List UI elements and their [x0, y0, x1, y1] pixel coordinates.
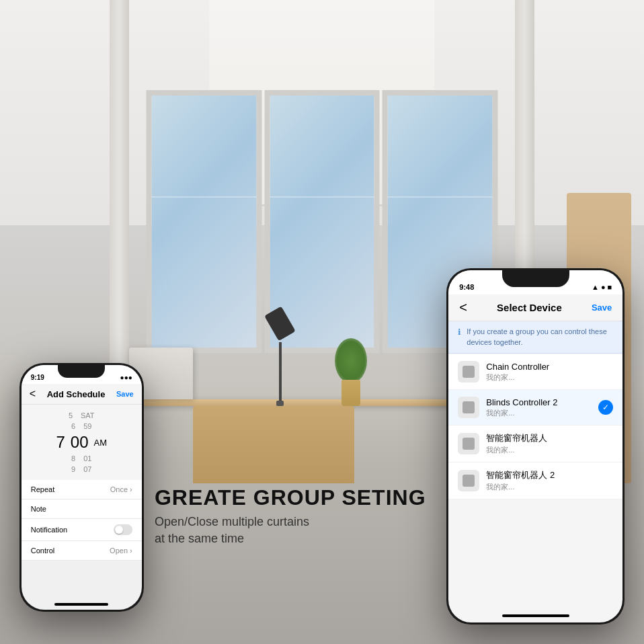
device-icon-3: [458, 433, 479, 454]
phone-left-save-button[interactable]: Save: [116, 390, 134, 398]
device-icon-shape-2: [462, 401, 475, 413]
device-icon-shape-3: [462, 438, 475, 450]
phone-right-home-indicator: [502, 614, 569, 617]
phone-right-time: 9:48: [459, 283, 474, 291]
lamp-base: [276, 401, 284, 406]
device-icon-2: [458, 397, 479, 418]
lamp-pole: [279, 342, 282, 400]
time-row-4: 801: [22, 453, 142, 464]
device-row-4[interactable]: 智能窗帘机器人 2 我的家...: [448, 462, 622, 499]
phone-right-header: < Select Device Save: [448, 294, 622, 321]
device-row-3[interactable]: 智能窗帘机器人 我的家...: [448, 426, 622, 462]
device-row-1[interactable]: Chain Controller 我的家...: [448, 354, 622, 390]
plant-leaves: [335, 338, 367, 383]
notification-toggle-switch[interactable]: [114, 524, 132, 535]
control-row[interactable]: Control Open ›: [22, 541, 142, 561]
notification-toggle[interactable]: [114, 524, 132, 535]
device-name-4: 智能窗帘机器人 2: [486, 469, 613, 481]
repeat-value: Once ›: [110, 485, 132, 493]
desk-lamp: [270, 309, 290, 406]
phone-left: 9:19 ●●● < Add Schedule Save 5SAT 659 70…: [19, 363, 144, 612]
device-row-2[interactable]: Blinds Controller 2 我的家... ✓: [448, 390, 622, 426]
control-value: Open ›: [110, 547, 132, 555]
phone-right-header-title: Select Device: [497, 302, 562, 313]
desk-plant: [335, 341, 367, 406]
device-info-2: Blinds Controller 2 我的家...: [486, 397, 592, 418]
info-banner-text: If you create a group you can control th…: [467, 327, 613, 348]
repeat-row[interactable]: Repeat Once ›: [22, 480, 142, 499]
plant-pot: [341, 380, 361, 405]
device-location-1: 我的家...: [486, 372, 613, 383]
phone-left-header-title: Add Schedule: [47, 389, 106, 399]
phone-left-screen: 9:19 ●●● < Add Schedule Save 5SAT 659 70…: [22, 365, 142, 610]
device-icon-shape-1: [462, 366, 475, 378]
info-banner: ℹ If you create a group you can control …: [448, 321, 622, 354]
device-name-2: Blinds Controller 2: [486, 397, 592, 407]
control-label: Control: [31, 547, 54, 555]
device-list: Chain Controller 我的家... Blinds Controlle…: [448, 354, 622, 499]
device-name-3: 智能窗帘机器人: [486, 432, 613, 444]
device-location-4: 我的家...: [486, 482, 613, 492]
phone-left-time-picker[interactable]: 5SAT 659 700AM 801 907: [22, 405, 142, 480]
device-icon-shape-4: [462, 475, 475, 487]
device-info-1: Chain Controller 我的家...: [486, 362, 613, 383]
phone-right-signal-icons: ▲ ● ■: [592, 283, 612, 291]
notification-label: Notification: [31, 526, 67, 534]
device-location-2: 我的家...: [486, 408, 592, 418]
phone-left-signal-icons: ●●●: [120, 374, 132, 381]
feature-title: GREATE GROUP SETING: [155, 486, 426, 510]
phone-right-screen: 9:48 ▲ ● ■ < Select Device Save ℹ If you…: [448, 270, 622, 622]
device-info-4: 智能窗帘机器人 2 我的家...: [486, 469, 613, 492]
phone-left-back-button[interactable]: <: [30, 388, 36, 400]
info-icon: ℹ: [458, 327, 461, 337]
device-check-2: ✓: [598, 400, 613, 415]
feature-description: Open/Close multiple curtains at the same…: [155, 514, 426, 547]
device-icon-4: [458, 470, 479, 491]
time-row-active: 700AM: [22, 432, 142, 453]
device-icon-1: [458, 361, 479, 383]
note-label: Note: [31, 505, 46, 513]
phone-right-save-button[interactable]: Save: [592, 303, 612, 313]
feature-text-block: GREATE GROUP SETING Open/Close multiple …: [155, 486, 426, 548]
phone-left-home-indicator: [54, 603, 108, 606]
device-info-3: 智能窗帘机器人 我的家...: [486, 432, 613, 455]
note-row[interactable]: Note: [22, 499, 142, 519]
time-row-2: 659: [22, 421, 142, 432]
desk-body: [193, 406, 354, 483]
phone-left-header: < Add Schedule Save: [22, 384, 142, 405]
repeat-label: Repeat: [31, 485, 54, 493]
notification-row[interactable]: Notification: [22, 519, 142, 541]
device-location-3: 我的家...: [486, 445, 613, 455]
time-row-1: 5SAT: [22, 410, 142, 421]
phone-left-notch: [58, 363, 105, 378]
window-pane-left: [147, 90, 262, 353]
phone-right-notch: [502, 268, 569, 287]
phone-left-time: 9:19: [31, 374, 44, 381]
time-row-5: 907: [22, 464, 142, 475]
phone-right-back-button[interactable]: <: [459, 300, 467, 315]
device-name-1: Chain Controller: [486, 362, 613, 372]
phone-right: 9:48 ▲ ● ■ < Select Device Save ℹ If you…: [446, 268, 625, 625]
pillar-left: [110, 0, 129, 387]
